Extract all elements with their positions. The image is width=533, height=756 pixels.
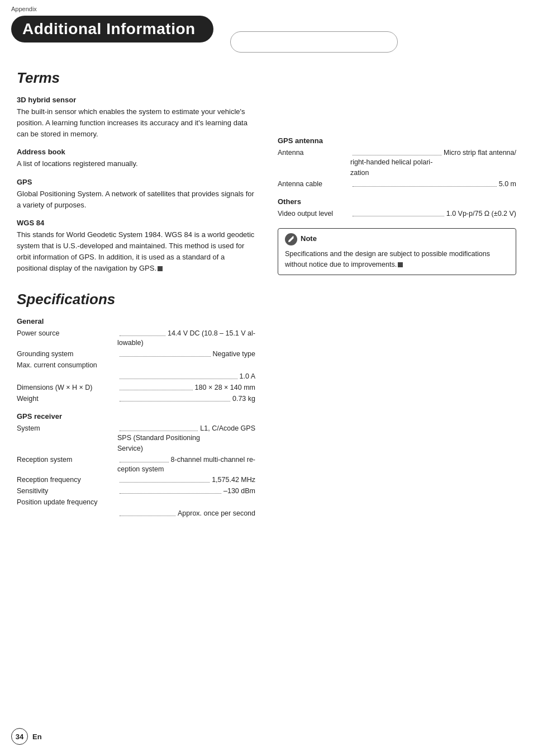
spec-row-sensitivity: Sensitivity –130 dBm: [17, 485, 255, 497]
spec-value-pos-update: Approx. once per second: [178, 508, 255, 519]
spec-dots-weight: [120, 394, 230, 401]
spec-row-video: Video output level 1.0 Vp-p/75 Ω (±0.2 V…: [278, 208, 516, 219]
spec-value-sensitivity: –130 dBm: [223, 485, 255, 497]
term-gps: GPS Global Positioning System. A network…: [17, 178, 255, 211]
spec-label-reception-freq: Reception frequency: [17, 474, 117, 485]
right-column: GPS antenna Antenna Micro strip flat ant…: [278, 69, 516, 527]
spec-row-dimensions: Dimensions (W × H × D) 180 × 28 × 140 mm: [17, 382, 255, 393]
spec-label-grounding: Grounding system: [17, 348, 117, 360]
spec-others: Others Video output level 1.0 Vp-p/75 Ω …: [278, 197, 516, 219]
specs-title: Specifications: [17, 291, 255, 308]
spec-label-reception-sys: Reception system: [17, 454, 117, 465]
spec-cont-system: SPS (Standard PositioningService): [17, 433, 255, 454]
spec-label-power: Power source: [17, 328, 117, 339]
note-body: Specifications and the design are subjec…: [285, 249, 509, 271]
note-icon: [285, 233, 297, 245]
page-title: Additional Information: [22, 20, 196, 38]
spec-row-power: Power source 14.4 V DC (10.8 – 15.1 V al…: [17, 328, 255, 339]
spec-cont-antenna: right-handed helical polari-zation: [278, 157, 516, 178]
page-footer: 34 En: [11, 728, 42, 745]
spec-row-weight: Weight 0.73 kg: [17, 393, 255, 404]
header-right-box: [230, 31, 398, 53]
spec-gps-receiver: GPS receiver System L1, C/Acode GPS SPS …: [17, 412, 255, 519]
terms-section: Terms 3D hybrid sensor The built-in sens…: [17, 69, 255, 274]
spec-value-power: 14.4 V DC (10.8 – 15.1 V al-: [168, 328, 255, 339]
spec-dots-power: [120, 328, 165, 336]
en-label: En: [32, 733, 42, 741]
spec-value-grounding: Negative type: [213, 348, 255, 360]
spec-label-video: Video output level: [278, 208, 350, 219]
spec-row-pos-update-label: Position update frequency: [17, 497, 255, 508]
spec-value-video: 1.0 Vp-p/75 Ω (±0.2 V): [446, 208, 516, 219]
spec-dots-system: [120, 423, 198, 431]
spec-row-system: System L1, C/Acode GPS: [17, 423, 255, 434]
spec-label-sensitivity: Sensitivity: [17, 485, 117, 497]
spec-general-title: General: [17, 317, 255, 325]
spec-row-grounding: Grounding system Negative type: [17, 348, 255, 360]
stop-icon: [158, 266, 163, 271]
spec-value-antenna: Micro strip flat antenna/: [444, 147, 516, 158]
spec-gps-antenna: GPS antenna Antenna Micro strip flat ant…: [278, 136, 516, 190]
stop-icon-note: [398, 262, 403, 267]
appendix-label: Appendix: [11, 6, 37, 12]
spec-gps-receiver-title: GPS receiver: [17, 412, 255, 420]
spec-cont-reception-sys: ception system: [17, 464, 255, 475]
spec-dots-dimensions: [120, 382, 193, 390]
spec-dots-pos-update: [120, 508, 175, 516]
spec-label-pos-update: [17, 508, 117, 519]
spec-value-reception-freq: 1,575.42 MHz: [212, 474, 255, 485]
term-gps-body: Global Positioning System. A network of …: [17, 188, 255, 211]
term-hybrid-sensor-title: 3D hybrid sensor: [17, 96, 255, 104]
spec-dots-reception-freq: [120, 475, 210, 483]
term-address-book-title: Address book: [17, 148, 255, 156]
spec-label-antenna: Antenna: [278, 147, 350, 158]
spec-dots-sensitivity: [120, 486, 221, 494]
note-label: Note: [301, 233, 317, 244]
spec-row-antenna-cable: Antenna cable 5.0 m: [278, 178, 516, 190]
spec-value-weight: 0.73 kg: [232, 393, 255, 404]
spec-label-max-current: [17, 371, 117, 382]
spec-value-max-current: 1.0 A: [240, 371, 256, 382]
spec-dots-video: [353, 209, 444, 216]
spec-dots-grounding: [120, 349, 211, 357]
term-hybrid-sensor-body: The built-in sensor which enables the sy…: [17, 106, 255, 140]
spec-value-antenna-cable: 5.0 m: [499, 178, 516, 190]
spec-row-pos-update-value: Approx. once per second: [17, 508, 255, 519]
term-wgs84-title: WGS 84: [17, 219, 255, 227]
spec-row-reception-sys: Reception system 8-channel multi-channel…: [17, 454, 255, 465]
spec-label-weight: Weight: [17, 393, 117, 404]
term-wgs84: WGS 84 This stands for World Geodetic Sy…: [17, 219, 255, 275]
spec-others-title: Others: [278, 197, 516, 206]
spec-row-max-current-label: Max. current consumption: [17, 360, 255, 371]
spec-row-reception-freq: Reception frequency 1,575.42 MHz: [17, 474, 255, 485]
term-address-book: Address book A list of locations registe…: [17, 148, 255, 169]
term-wgs84-body: This stands for World Geodetic System 19…: [17, 229, 255, 275]
pencil-icon: [287, 235, 295, 243]
spec-dots-max-current: [120, 371, 237, 379]
page-number: 34: [11, 728, 28, 745]
terms-title: Terms: [17, 69, 255, 87]
spec-row-max-current-value: 1.0 A: [17, 371, 255, 382]
spec-label-antenna-cable: Antenna cable: [278, 178, 350, 190]
spec-dots-reception-sys: [120, 455, 169, 462]
spec-value-system: L1, C/Acode GPS: [200, 423, 255, 434]
left-column: Terms 3D hybrid sensor The built-in sens…: [17, 69, 255, 527]
term-hybrid-sensor: 3D hybrid sensor The built-in sensor whi…: [17, 96, 255, 140]
spec-cont-power: lowable): [17, 338, 255, 348]
spec-value-reception-sys: 8-channel multi-channel re-: [171, 454, 255, 465]
term-gps-title: GPS: [17, 178, 255, 186]
spec-gps-antenna-title: GPS antenna: [278, 136, 516, 145]
spec-dots-antenna-cable: [353, 179, 497, 187]
note-header: Note: [285, 233, 509, 245]
specs-section: Specifications General Power source 14.4…: [17, 291, 255, 519]
spec-dots-antenna: [353, 148, 441, 155]
spec-label-system: System: [17, 423, 117, 434]
spec-label-dimensions: Dimensions (W × H × D): [17, 382, 117, 393]
spec-row-antenna: Antenna Micro strip flat antenna/: [278, 147, 516, 158]
title-pill: Additional Information: [11, 16, 213, 42]
spec-value-dimensions: 180 × 28 × 140 mm: [195, 382, 255, 393]
term-address-book-body: A list of locations registered manually.: [17, 158, 255, 169]
spec-general: General Power source 14.4 V DC (10.8 – 1…: [17, 317, 255, 404]
note-box: Note Specifications and the design are s…: [278, 228, 516, 276]
